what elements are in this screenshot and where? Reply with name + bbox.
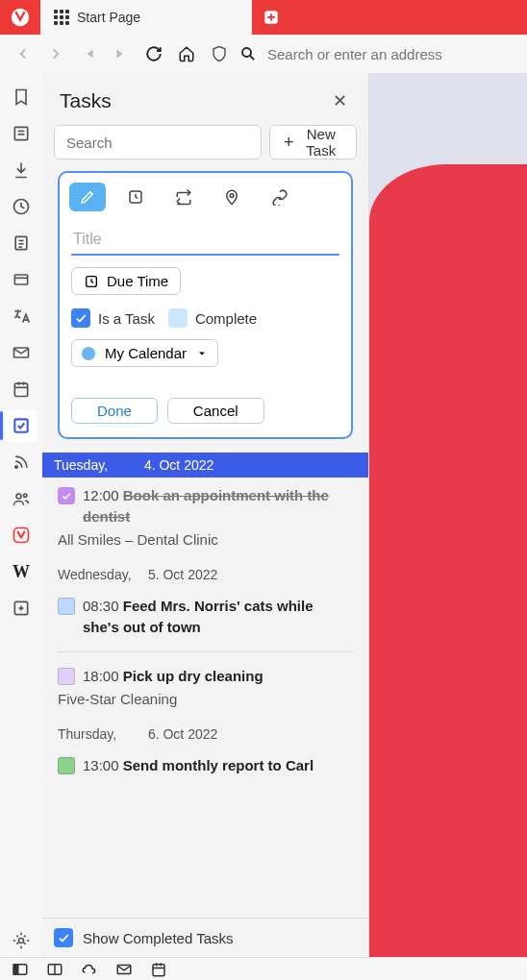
divider <box>58 651 353 652</box>
svg-point-27 <box>19 939 24 943</box>
task-checkbox-icon[interactable] <box>58 757 75 774</box>
task-title-input[interactable] <box>71 225 339 256</box>
bookmarks-panel-button[interactable] <box>5 81 38 113</box>
panel-toggle-icon[interactable] <box>12 961 29 978</box>
new-task-button[interactable]: + New Task <box>269 125 357 159</box>
day-header: Thursday, 6. Oct 2022 <box>42 717 368 747</box>
editor-tab-location[interactable] <box>213 183 250 211</box>
add-web-panel-button[interactable] <box>5 592 38 625</box>
due-time-label: Due Time <box>107 273 168 289</box>
tab-title: Start Page <box>77 10 140 25</box>
back-button[interactable] <box>10 40 37 67</box>
svg-rect-12 <box>14 275 27 284</box>
svg-rect-32 <box>13 964 18 974</box>
speed-dial-background <box>369 164 527 957</box>
svg-rect-36 <box>153 964 164 975</box>
complete-label: Complete <box>195 310 257 327</box>
page-content <box>369 73 527 957</box>
forward-button[interactable] <box>42 40 69 67</box>
tasks-panel-button[interactable] <box>5 409 38 442</box>
svg-line-3 <box>250 56 254 60</box>
task-item[interactable]: 18:00 Pick up dry cleaning Five-Star Cle… <box>42 658 368 718</box>
calendar-select[interactable]: My Calendar <box>71 339 218 367</box>
contacts-panel-button[interactable] <box>5 482 38 515</box>
wikipedia-panel-button[interactable]: W <box>5 555 38 588</box>
feeds-panel-button[interactable] <box>5 446 38 478</box>
task-list: Tuesday, 4. Oct 2022 12:00 Book an appoi… <box>42 453 368 918</box>
vivaldi-app-icon[interactable] <box>6 3 35 32</box>
is-task-label: Is a Task <box>98 310 155 327</box>
reading-list-panel-button[interactable] <box>5 117 38 150</box>
address-input[interactable] <box>264 42 517 66</box>
svg-point-22 <box>24 494 27 497</box>
mail-status-icon[interactable] <box>115 961 133 978</box>
svg-point-2 <box>242 48 251 57</box>
task-checkbox-icon[interactable] <box>58 668 75 685</box>
plus-icon: + <box>284 134 294 151</box>
new-tab-button[interactable] <box>260 6 283 29</box>
complete-checkbox[interactable]: Complete <box>168 308 257 328</box>
downloads-panel-button[interactable] <box>5 154 38 186</box>
task-editor: Due Time Is a Task Complete My Calendar <box>58 171 353 439</box>
is-task-checkbox[interactable]: Is a Task <box>71 308 155 328</box>
task-time: 18:00 <box>83 668 119 684</box>
task-time: 12:00 <box>83 487 119 503</box>
task-title: Send monthly report to Carl <box>123 757 314 773</box>
task-checkbox-icon[interactable] <box>58 598 75 615</box>
editor-tab-repeat[interactable] <box>165 183 202 211</box>
task-item[interactable]: 08:30 Feed Mrs. Norris' cats while she's… <box>42 588 368 646</box>
calendar-status-icon[interactable] <box>150 961 167 978</box>
address-toolbar <box>0 35 527 73</box>
settings-button[interactable] <box>5 924 38 957</box>
show-completed-label: Show Completed Tasks <box>83 930 233 946</box>
task-search-input[interactable] <box>54 125 262 159</box>
new-task-label: New Task <box>300 126 342 159</box>
window-panel-button[interactable] <box>5 263 38 296</box>
history-panel-button[interactable] <box>5 190 38 223</box>
show-completed-checkbox[interactable]: Show Completed Tasks <box>54 928 233 947</box>
due-time-button[interactable]: Due Time <box>71 267 181 295</box>
tiling-icon[interactable] <box>46 961 63 978</box>
day-header: Wednesday, 5. Oct 2022 <box>42 557 368 588</box>
shield-icon[interactable] <box>206 40 233 67</box>
close-panel-button[interactable]: ✕ <box>329 86 351 115</box>
svg-rect-23 <box>14 528 29 543</box>
notes-panel-button[interactable] <box>5 227 38 259</box>
tasks-panel: Tasks ✕ + New Task <box>42 73 369 957</box>
rewind-button[interactable] <box>75 40 102 67</box>
task-checkbox-icon[interactable] <box>58 487 75 504</box>
chevron-down-icon <box>196 348 208 359</box>
tab-start-page[interactable]: Start Page <box>40 0 252 35</box>
search-icon <box>238 40 258 67</box>
task-title: Book an appointment with the dentist <box>83 487 329 525</box>
mail-panel-button[interactable] <box>5 336 38 369</box>
calendar-select-label: My Calendar <box>105 345 187 361</box>
task-subtitle: Five-Star Cleaning <box>58 689 353 710</box>
calendar-panel-button[interactable] <box>5 373 38 405</box>
svg-point-20 <box>15 466 18 469</box>
side-panel-bar: W <box>0 73 42 957</box>
task-title: Pick up dry cleaning <box>123 668 264 684</box>
task-item[interactable]: 12:00 Book an appointment with the denti… <box>42 478 368 557</box>
tab-bar: Start Page <box>0 0 527 35</box>
translate-panel-button[interactable] <box>5 300 38 332</box>
task-time: 08:30 <box>83 598 119 614</box>
reload-button[interactable] <box>140 40 167 67</box>
editor-tab-link[interactable] <box>262 183 298 211</box>
editor-tab-edit[interactable] <box>69 183 106 211</box>
task-subtitle: All Smiles – Dental Clinic <box>58 529 353 551</box>
day-header: Tuesday, 4. Oct 2022 <box>42 453 368 478</box>
svg-rect-15 <box>14 383 27 396</box>
speed-dial-icon <box>54 10 69 25</box>
cancel-button[interactable]: Cancel <box>167 398 264 424</box>
sync-icon[interactable] <box>81 961 98 978</box>
calendar-color-dot <box>82 347 95 360</box>
panel-title: Tasks <box>60 89 112 112</box>
done-button[interactable]: Done <box>71 398 158 424</box>
fast-forward-button[interactable] <box>108 40 135 67</box>
editor-tab-time[interactable] <box>117 183 154 211</box>
vivaldi-panel-button[interactable] <box>5 519 38 551</box>
task-item[interactable]: 13:00 Send monthly report to Carl <box>42 747 368 784</box>
svg-point-21 <box>16 494 21 499</box>
home-button[interactable] <box>173 40 200 67</box>
